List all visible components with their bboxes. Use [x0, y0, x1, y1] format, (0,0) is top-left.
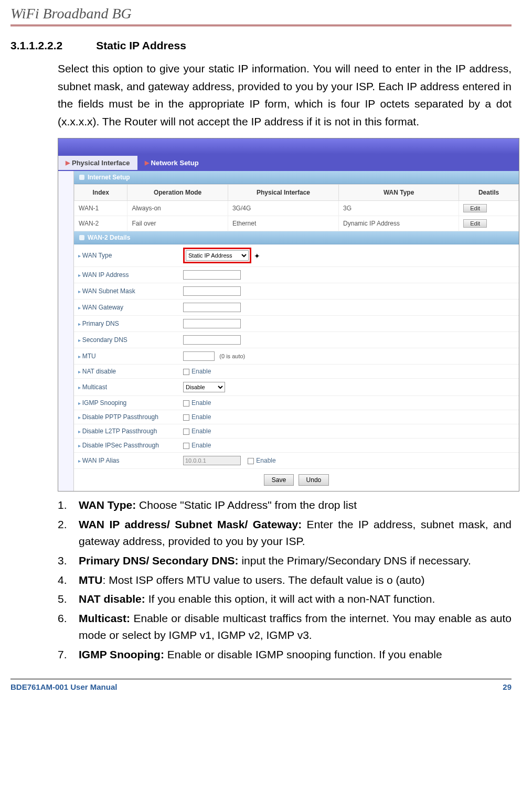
left-sidebar: [58, 171, 74, 491]
igmp-checkbox[interactable]: [183, 400, 189, 407]
cell-wan: 3G: [339, 201, 459, 216]
list-item: 4. MTU: Most ISP offers MTU value to use…: [58, 572, 512, 589]
list-item: 5. NAT disable: If you enable this optio…: [58, 591, 512, 608]
cell-phy: Ethernet: [228, 216, 338, 231]
ipsec-checkbox[interactable]: [183, 443, 189, 449]
list-item: 2. WAN IP address/ Subnet Mask/ Gateway:…: [58, 516, 512, 550]
field-label-mtu: MTU: [74, 348, 179, 365]
wan-alias-input[interactable]: [183, 456, 241, 465]
instruction-list: 1. WAN Type: Choose "Static IP Address" …: [58, 497, 512, 663]
list-bold: Primary DNS/ Secondary DNS:: [79, 554, 239, 567]
field-label-wan-ip: WAN IP Address: [74, 267, 179, 283]
mtu-note: (0 is auto): [219, 353, 245, 359]
gateway-input[interactable]: [183, 303, 241, 312]
table-row: WAN-2 Fail over Ethernet Dynamic IP Addr…: [74, 216, 519, 231]
field-label-secondary-dns: Secondary DNS: [74, 332, 179, 348]
tab-network-label: Network Setup: [151, 159, 199, 167]
wan-summary-table: Index Operation Mode Physical Interface …: [74, 184, 519, 231]
tab-arrow-icon: ▶: [145, 159, 149, 166]
list-number: 5.: [58, 591, 79, 608]
list-text: input the Primary/Secondary DNS if neces…: [239, 554, 471, 567]
internet-setup-label: Internet Setup: [88, 174, 130, 181]
page-header: WiFi Broadband BG: [10, 0, 512, 26]
tab-physical-interface[interactable]: ▶ Physical Interface: [58, 156, 137, 170]
list-item: 1. WAN Type: Choose "Static IP Address" …: [58, 497, 512, 514]
l2tp-checkbox[interactable]: [183, 429, 189, 435]
col-index: Index: [74, 185, 127, 201]
field-label-l2tp: Disable L2TP Passthrough: [74, 424, 179, 439]
list-number: 3.: [58, 552, 79, 570]
col-op-mode: Operation Mode: [127, 185, 228, 201]
cursor-icon: ✦: [254, 252, 260, 260]
tab-bar: ▶ Physical Interface ▶ Network Setup: [58, 154, 519, 171]
tab-network-setup[interactable]: ▶ Network Setup: [137, 156, 206, 170]
field-label-primary-dns: Primary DNS: [74, 316, 179, 332]
list-number: 2.: [58, 516, 79, 550]
nat-chk-label: Enable: [191, 368, 211, 375]
list-bold: WAN Type:: [79, 499, 136, 511]
col-details: Deatils: [459, 185, 519, 201]
tab-arrow-icon: ▶: [66, 159, 70, 166]
list-number: 4.: [58, 572, 79, 589]
field-label-igmp: IGMP Snooping: [74, 396, 179, 410]
undo-button[interactable]: Undo: [299, 474, 329, 486]
cell-index: WAN-1: [74, 201, 127, 216]
alias-checkbox[interactable]: [248, 458, 254, 464]
ipsec-chk-label: Enable: [191, 442, 211, 449]
list-text: Choose "Static IP Address" from the drop…: [136, 499, 357, 511]
save-button[interactable]: Save: [264, 474, 294, 486]
list-text: If you enable this option, it will act w…: [145, 593, 435, 605]
list-item: 6. Multicast: Enable or disable multicas…: [58, 610, 512, 644]
list-item: 7. IGMP Snooping: Enable or disable IGMP…: [58, 646, 512, 664]
footer-left: BDE761AM-001 User Manual: [10, 682, 117, 691]
form-button-row: Save Undo: [74, 469, 519, 491]
list-bold: WAN IP address/ Subnet Mask/ Gateway:: [79, 518, 302, 530]
wan2-detail-table: WAN Type Static IP Address ✦ WAN IP Addr…: [74, 244, 519, 469]
edit-button[interactable]: Edit: [463, 204, 487, 212]
subnet-mask-input[interactable]: [183, 286, 241, 296]
list-text: Enable or disable IGMP snooping function…: [164, 648, 442, 660]
section-number: 3.1.1.2.2.2: [10, 39, 62, 51]
list-number: 7.: [58, 646, 79, 664]
list-number: 6.: [58, 610, 79, 644]
table-row: WAN-1 Always-on 3G/4G 3G Edit: [74, 201, 519, 216]
nat-checkbox[interactable]: [183, 369, 189, 375]
field-label-gateway: WAN Gateway: [74, 300, 179, 316]
cell-op: Always-on: [127, 201, 228, 216]
wan-type-select[interactable]: Static IP Address: [186, 250, 249, 261]
list-bold: NAT disable:: [79, 593, 145, 605]
multicast-select[interactable]: Disable: [183, 382, 225, 392]
igmp-chk-label: Enable: [191, 399, 211, 407]
wan-type-highlight: Static IP Address: [183, 248, 251, 263]
router-screenshot: ▶ Physical Interface ▶ Network Setup Int…: [58, 138, 519, 492]
field-label-subnet: WAN Subnet Mask: [74, 283, 179, 300]
cell-op: Fail over: [127, 216, 228, 231]
cell-phy: 3G/4G: [228, 201, 338, 216]
list-bold: IGMP Snooping:: [79, 648, 164, 660]
list-number: 1.: [58, 497, 79, 514]
col-phy-interface: Physical Interface: [228, 185, 338, 201]
secondary-dns-input[interactable]: [183, 335, 241, 345]
pptp-checkbox[interactable]: [183, 414, 189, 421]
footer-page-number: 29: [503, 682, 512, 691]
edit-button[interactable]: Edit: [463, 219, 487, 228]
wan2-details-label: WAN-2 Details: [88, 234, 130, 241]
wan-ip-input[interactable]: [183, 270, 241, 280]
intro-paragraph: Select this option to give your static I…: [58, 60, 512, 130]
list-text: : Most ISP offers MTU value to users. Th…: [103, 574, 425, 586]
l2tp-chk-label: Enable: [191, 428, 211, 435]
field-label-pptp: Disable PPTP Passthrough: [74, 410, 179, 424]
field-label-wan-type: WAN Type: [74, 244, 179, 267]
field-label-nat-disable: NAT disable: [74, 365, 179, 379]
mtu-input[interactable]: [183, 351, 215, 361]
list-item: 3. Primary DNS/ Secondary DNS: input the…: [58, 552, 512, 570]
list-text: Enable or disable multicast traffics fro…: [79, 612, 512, 642]
col-wan-type: WAN Type: [339, 185, 459, 201]
primary-dns-input[interactable]: [183, 319, 241, 328]
section-title: Static IP Address: [96, 39, 186, 51]
wan2-details-header: WAN-2 Details: [74, 231, 519, 244]
field-label-ipsec: Disable IPSec Passthrough: [74, 439, 179, 453]
field-label-wan-alias: WAN IP Alias: [74, 453, 179, 469]
header-title: WiFi Broadband BG: [10, 5, 132, 22]
list-bold: Multicast:: [79, 612, 130, 624]
